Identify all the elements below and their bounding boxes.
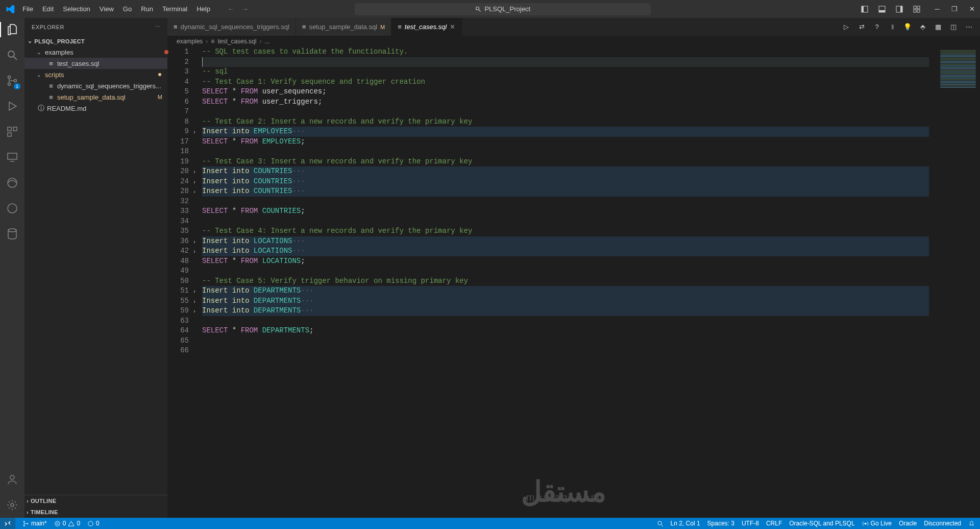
file-setup-sample[interactable]: ≡ setup_sample_data.sql M: [24, 91, 167, 103]
explorer-title: EXPLORER: [32, 24, 64, 30]
language-mode[interactable]: Oracle-SQL and PLSQL: [789, 520, 854, 527]
activity-settings[interactable]: [0, 497, 24, 513]
activity-github[interactable]: [0, 201, 24, 216]
svg-rect-10: [914, 10, 916, 12]
encoding[interactable]: UTF-8: [742, 520, 759, 527]
problems[interactable]: 0 0: [54, 520, 80, 527]
activity-debug[interactable]: [0, 99, 24, 114]
activity-remote[interactable]: [0, 150, 24, 165]
compare-icon[interactable]: ⇄: [857, 23, 866, 31]
watermark: مستقل mostaql.com: [521, 487, 606, 502]
activity-edge[interactable]: [0, 175, 24, 190]
fold-icon[interactable]: ›: [193, 237, 196, 248]
fold-icon[interactable]: ›: [193, 307, 196, 317]
indentation[interactable]: Spaces: 3: [707, 520, 734, 527]
menu-edit[interactable]: Edit: [38, 3, 58, 15]
breadcrumb-item[interactable]: examples: [177, 38, 203, 45]
tag-icon[interactable]: ⬘: [919, 23, 927, 31]
timeline-label: TIMELINE: [31, 509, 58, 515]
layout-panel-icon[interactable]: [878, 5, 886, 13]
customize-layout-icon[interactable]: [913, 5, 921, 13]
activity-explorer[interactable]: [0, 22, 24, 37]
grid-icon[interactable]: ▦: [934, 23, 942, 31]
split-icon[interactable]: ◫: [949, 23, 958, 31]
file-test-cases[interactable]: ≡ test_cases.sql: [24, 58, 167, 69]
layout-sidebar-left-icon[interactable]: [861, 5, 869, 13]
cursor-position[interactable]: Ln 2, Col 1: [671, 520, 700, 527]
remote-indicator[interactable]: [0, 518, 15, 529]
folder-examples[interactable]: ⌄ examples: [24, 46, 167, 58]
nav-back-icon[interactable]: ←: [227, 5, 235, 13]
svg-line-13: [14, 57, 17, 60]
menu-terminal[interactable]: Terminal: [158, 3, 191, 15]
fold-icon[interactable]: ›: [193, 297, 196, 307]
activity-scm[interactable]: 1: [0, 73, 24, 88]
oracle-status[interactable]: Oracle: [899, 520, 917, 527]
maximize-icon[interactable]: ❐: [950, 5, 959, 13]
git-branch[interactable]: main*: [22, 520, 47, 527]
connection-status[interactable]: Disconnected: [924, 520, 961, 527]
activity-extensions[interactable]: [0, 124, 24, 139]
run-icon[interactable]: ▷: [842, 23, 850, 31]
close-tab-icon[interactable]: ✕: [450, 23, 455, 31]
tab-test-cases[interactable]: ≡ test_cases.sql ✕: [391, 18, 462, 36]
activity-database[interactable]: [0, 226, 24, 242]
ports[interactable]: 0: [87, 520, 100, 527]
outline-section[interactable]: › OUTLINE: [24, 495, 167, 507]
tab-dynamic-sql[interactable]: ≡ dynamic_sql_sequences_triggers.sql: [167, 18, 296, 36]
align-icon[interactable]: ⦀: [888, 23, 896, 31]
code-content[interactable]: -- SQL test cases to validate the functi…: [198, 47, 929, 518]
title-bar: File Edit Selection View Go Run Terminal…: [0, 0, 980, 18]
editor-group: ≡ dynamic_sql_sequences_triggers.sql ≡ s…: [167, 18, 980, 518]
eol[interactable]: CRLF: [766, 520, 782, 527]
activity-search[interactable]: [0, 47, 24, 63]
file-dynamic-sql[interactable]: ≡ dynamic_sql_sequences_triggers...: [24, 80, 167, 91]
tab-setup-sample[interactable]: ≡ setup_sample_data.sql M: [296, 18, 391, 36]
menu-file[interactable]: File: [18, 3, 37, 15]
breadcrumb-item[interactable]: test_cases.sql: [217, 38, 256, 45]
folder-scripts[interactable]: ⌄ scripts: [24, 69, 167, 80]
fold-icon[interactable]: ›: [193, 247, 196, 257]
timeline-section[interactable]: › TIMELINE: [24, 507, 167, 518]
project-header[interactable]: ⌄ PLSQL_PROJECT: [24, 36, 167, 46]
menu-run[interactable]: Run: [137, 3, 157, 15]
error-icon: [54, 520, 61, 527]
fold-icon[interactable]: ›: [193, 178, 196, 188]
menu-help[interactable]: Help: [192, 3, 214, 15]
branch-name: main*: [31, 520, 47, 527]
fold-icon[interactable]: ›: [193, 167, 196, 178]
svg-point-23: [8, 204, 17, 213]
minimap[interactable]: [929, 47, 980, 518]
svg-point-36: [864, 522, 866, 524]
editor-actions: ▷ ⇄ ? ⦀ 💡 ⬘ ▦ ◫ ⋯: [842, 18, 980, 36]
menu-go[interactable]: Go: [119, 3, 136, 15]
notifications[interactable]: [968, 520, 975, 527]
explorer-more-icon[interactable]: ⋯: [155, 23, 161, 30]
lightbulb-icon[interactable]: 💡: [903, 23, 912, 31]
watermark-logo: مستقل: [521, 487, 606, 497]
command-center[interactable]: PLSQL_Project: [355, 3, 651, 15]
svg-point-34: [657, 521, 661, 524]
code-editor[interactable]: 1 2 3 4 5 6 7 8 9› 17 18 19 20› 24› 28› …: [167, 47, 980, 518]
minimize-icon[interactable]: ─: [933, 5, 941, 13]
zoom[interactable]: [657, 520, 664, 527]
close-icon[interactable]: ✕: [968, 5, 976, 13]
help-icon[interactable]: ?: [873, 23, 881, 31]
nav-forward-icon[interactable]: →: [241, 5, 249, 13]
ports-icon: [87, 520, 94, 527]
fold-icon[interactable]: ›: [193, 187, 196, 198]
layout-sidebar-right-icon[interactable]: [895, 5, 903, 13]
svg-line-1: [479, 10, 481, 11]
go-live[interactable]: Go Live: [862, 520, 892, 527]
remote-explorer-icon: [6, 151, 18, 163]
fold-icon[interactable]: ›: [193, 287, 196, 297]
activity-account[interactable]: [0, 472, 24, 487]
breadcrumb-item[interactable]: ...: [264, 38, 270, 45]
svg-rect-9: [917, 6, 920, 9]
more-icon[interactable]: ⋯: [965, 23, 973, 31]
fold-icon[interactable]: ›: [193, 128, 196, 138]
file-readme[interactable]: ⓘ README.md: [24, 103, 167, 114]
breadcrumb[interactable]: examples › ≡ test_cases.sql › ...: [167, 36, 980, 47]
menu-view[interactable]: View: [95, 3, 118, 15]
menu-selection[interactable]: Selection: [59, 3, 94, 15]
